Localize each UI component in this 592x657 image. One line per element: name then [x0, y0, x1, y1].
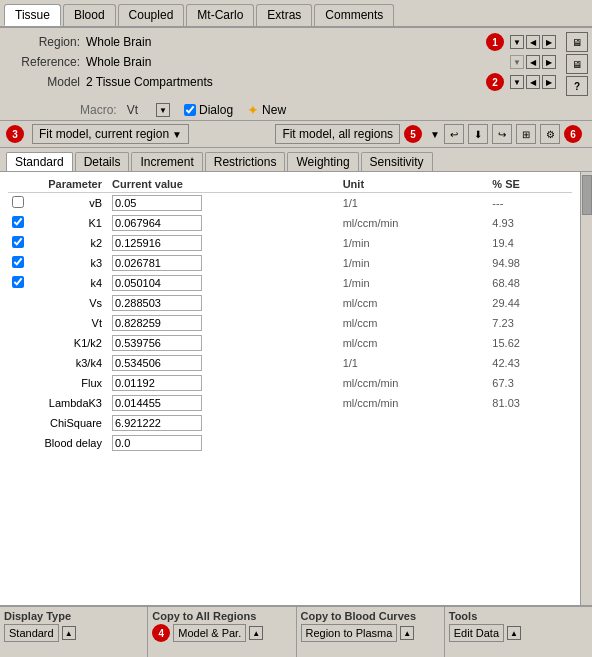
table-row: Fluxml/ccm/min67.3 [8, 373, 572, 393]
table-row: ChiSquare [8, 413, 572, 433]
tab-restrictions[interactable]: Restrictions [205, 152, 286, 171]
param-checkbox-k2[interactable] [12, 236, 24, 248]
model-next[interactable]: ▶ [542, 75, 556, 89]
header-parameter: Parameter [28, 176, 108, 193]
reference-prev[interactable]: ◀ [526, 55, 540, 69]
param-checkbox-k4[interactable] [12, 276, 24, 288]
dialog-checkbox[interactable] [184, 104, 196, 116]
param-unit: ml/ccm/min [339, 393, 489, 413]
copy-blood-select[interactable]: Region to Plasma [301, 624, 398, 642]
reference-value: Whole Brain [86, 55, 486, 69]
param-name: Blood delay [28, 433, 108, 453]
table-row: K1ml/ccm/min4.93 [8, 213, 572, 233]
copy-all-arrow[interactable]: ▲ [249, 626, 263, 640]
tab-comments[interactable]: Comments [314, 4, 394, 26]
download-icon[interactable]: ⬇ [468, 124, 488, 144]
tab-standard[interactable]: Standard [6, 152, 73, 171]
tab-extras[interactable]: Extras [256, 4, 312, 26]
new-button[interactable]: ✦ New [247, 102, 286, 118]
param-unit: 1/min [339, 253, 489, 273]
param-checkbox-k3[interactable] [12, 256, 24, 268]
param-se: 81.03 [488, 393, 572, 413]
param-value-input-k3[interactable] [112, 255, 202, 271]
copy-all-title: Copy to All Regions [152, 610, 291, 622]
param-value-input-k4[interactable] [112, 275, 202, 291]
param-name: LambdaK3 [28, 393, 108, 413]
param-value-input-vB[interactable] [112, 195, 202, 211]
param-se: 15.62 [488, 333, 572, 353]
tab-coupled[interactable]: Coupled [118, 4, 185, 26]
param-value-input-Vs[interactable] [112, 295, 202, 311]
fit-all-label: Fit model, all regions [282, 127, 393, 141]
param-value-input-Blood delay[interactable] [112, 435, 202, 451]
copy-all-select[interactable]: Model & Par. [173, 624, 246, 642]
scrollbar[interactable] [580, 172, 592, 605]
badge-5: 5 [404, 125, 422, 143]
reference-dropdown[interactable]: ▼ [510, 55, 524, 69]
tab-mtcarlo[interactable]: Mt-Carlo [186, 4, 254, 26]
copy-all-controls: 4 Model & Par. ▲ [152, 624, 291, 642]
model-prev[interactable]: ◀ [526, 75, 540, 89]
param-se [488, 413, 572, 433]
param-name: Vs [28, 293, 108, 313]
config-icon[interactable]: ⚙ [540, 124, 560, 144]
region-prev[interactable]: ◀ [526, 35, 540, 49]
scroll-thumb[interactable] [582, 175, 592, 215]
copy-blood-arrow[interactable]: ▲ [400, 626, 414, 640]
region-dropdown[interactable]: ▼ [510, 35, 524, 49]
table-row: vB1/1--- [8, 193, 572, 214]
tools-select[interactable]: Edit Data [449, 624, 504, 642]
tab-weighting[interactable]: Weighting [287, 152, 358, 171]
display-type-select[interactable]: Standard [4, 624, 59, 642]
param-value-input-ChiSquare[interactable] [112, 415, 202, 431]
param-unit [339, 413, 489, 433]
tab-details[interactable]: Details [75, 152, 130, 171]
tab-tissue[interactable]: Tissue [4, 4, 61, 26]
table-row: K1/k2ml/ccm15.62 [8, 333, 572, 353]
tab-blood[interactable]: Blood [63, 4, 116, 26]
region-next[interactable]: ▶ [542, 35, 556, 49]
icon-screen1[interactable]: 🖥 [566, 32, 588, 52]
param-value-input-LambdaK3[interactable] [112, 395, 202, 411]
param-value-input-k2[interactable] [112, 235, 202, 251]
param-value-input-K1/k2[interactable] [112, 335, 202, 351]
icon-help[interactable]: ? [566, 76, 588, 96]
macro-label: Macro: [80, 103, 117, 117]
header-se: % SE [488, 176, 572, 193]
badge-2: 2 [486, 73, 504, 91]
table-row: k21/min19.4 [8, 233, 572, 253]
param-unit: ml/ccm/min [339, 213, 489, 233]
fit-all-dropdown[interactable]: ▼ [430, 129, 440, 140]
redo-icon[interactable]: ↪ [492, 124, 512, 144]
copy-blood-title: Copy to Blood Curves [301, 610, 440, 622]
undo-icon[interactable]: ↩ [444, 124, 464, 144]
param-checkbox-vB[interactable] [12, 196, 24, 208]
grid-icon[interactable]: ⊞ [516, 124, 536, 144]
tab-increment[interactable]: Increment [131, 152, 202, 171]
fit-all-button[interactable]: Fit model, all regions [275, 124, 400, 144]
tools-arrow[interactable]: ▲ [507, 626, 521, 640]
region-value: Whole Brain [86, 35, 482, 49]
param-se: 67.3 [488, 373, 572, 393]
param-value-input-K1[interactable] [112, 215, 202, 231]
macro-dropdown[interactable]: ▼ [156, 103, 170, 117]
param-name: ChiSquare [28, 413, 108, 433]
fit-current-label: Fit model, current region [39, 127, 169, 141]
region-label: Region: [10, 35, 80, 49]
param-unit: ml/ccm [339, 313, 489, 333]
display-type-arrow[interactable]: ▲ [62, 626, 76, 640]
param-value-input-k3/k4[interactable] [112, 355, 202, 371]
fit-current-dropdown[interactable]: ▼ [172, 129, 182, 140]
icon-screen2[interactable]: 🖥 [566, 54, 588, 74]
fit-current-button[interactable]: Fit model, current region ▼ [32, 124, 189, 144]
model-dropdown[interactable]: ▼ [510, 75, 524, 89]
badge-3: 3 [6, 125, 24, 143]
reference-label: Reference: [10, 55, 80, 69]
badge-1: 1 [486, 33, 504, 51]
tab-sensitivity[interactable]: Sensitivity [361, 152, 433, 171]
param-checkbox-K1[interactable] [12, 216, 24, 228]
reference-next[interactable]: ▶ [542, 55, 556, 69]
param-value-input-Vt[interactable] [112, 315, 202, 331]
param-value-input-Flux[interactable] [112, 375, 202, 391]
param-se: 7.23 [488, 313, 572, 333]
